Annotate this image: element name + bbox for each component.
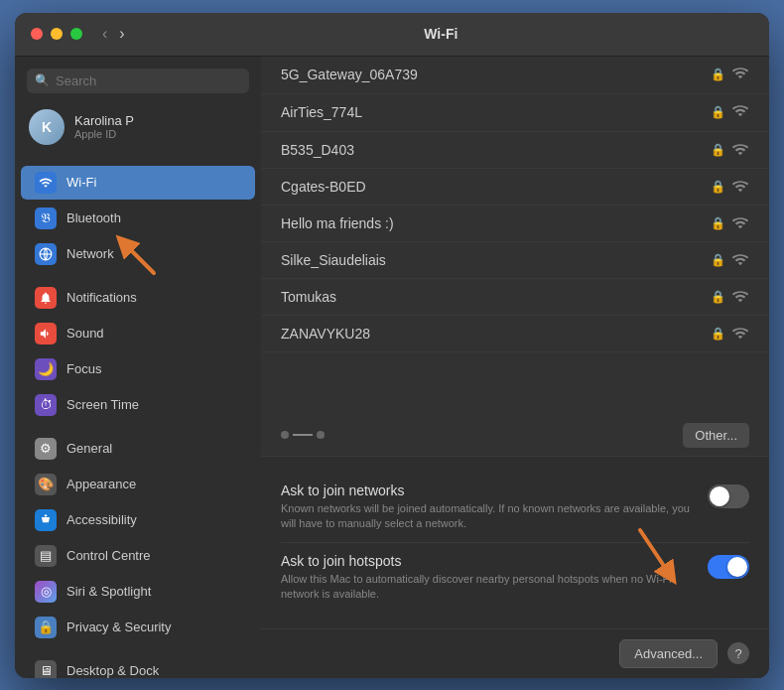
bottom-bar: Advanced... ? [261, 628, 769, 678]
search-box[interactable]: 🔍 [27, 69, 249, 93]
network-item-4[interactable]: Hello ma friends :) 🔒 [261, 206, 769, 242]
sidebar-label-general: General [66, 441, 112, 456]
screentime-icon: ⏱ [35, 394, 57, 416]
network-name-3: Cgates-B0ED [281, 179, 366, 195]
network-icons-1: 🔒 [711, 104, 749, 121]
appearance-icon: 🎨 [35, 474, 57, 495]
close-button[interactable] [31, 28, 43, 40]
sidebar-item-appearance[interactable]: 🎨 Appearance [21, 468, 255, 501]
network-icons-2: 🔒 [711, 143, 749, 157]
sidebar-item-wifi[interactable]: Wi-Fi [21, 166, 255, 200]
network-name-1: AirTies_774L [281, 104, 362, 120]
sidebar-label-sound: Sound [66, 326, 104, 341]
sidebar-item-bluetooth[interactable]: 𝔅 Bluetooth [21, 202, 255, 235]
maximize-button[interactable] [70, 28, 82, 40]
network-name-0: 5G_Gateway_06A739 [281, 67, 418, 82]
titlebar: ‹ › Wi-Fi [15, 13, 769, 57]
back-arrow[interactable]: ‹ [98, 23, 111, 45]
toggle-knob-0 [710, 486, 729, 506]
user-subtitle: Apple ID [74, 128, 134, 140]
sidebar-label-wifi: Wi-Fi [66, 175, 96, 190]
network-item-3[interactable]: Cgates-B0ED 🔒 [261, 169, 769, 206]
user-info: Karolina P Apple ID [74, 113, 134, 140]
other-button[interactable]: Other... [683, 423, 749, 448]
network-name-6: Tomukas [281, 289, 336, 305]
network-item-7[interactable]: ZANAVYKU28 🔒 [261, 316, 769, 352]
traffic-lights [31, 28, 82, 40]
sidebar-label-screentime: Screen Time [66, 397, 139, 412]
focus-icon: 🌙 [35, 358, 57, 380]
lock-icon-5: 🔒 [711, 253, 725, 267]
sidebar-label-network: Network [66, 246, 114, 261]
desktop-icon: 🖥 [35, 660, 57, 678]
lock-icon-2: 🔒 [711, 143, 725, 157]
help-button[interactable]: ? [727, 642, 749, 664]
lock-icon-7: 🔒 [711, 327, 725, 341]
sidebar-label-notifications: Notifications [66, 290, 137, 305]
sidebar-item-privacy[interactable]: 🔒 Privacy & Security [21, 611, 255, 644]
toggle-ask-join-hotspots[interactable] [708, 555, 749, 579]
sidebar-item-focus[interactable]: 🌙 Focus [21, 352, 255, 386]
sidebar-label-bluetooth: Bluetooth [66, 210, 121, 225]
page-dots [281, 431, 325, 439]
sidebar-item-general[interactable]: ⚙ General [21, 432, 255, 466]
lock-icon-3: 🔒 [711, 180, 725, 194]
notifications-icon [35, 287, 57, 309]
sidebar-item-notifications[interactable]: Notifications [21, 281, 255, 315]
network-item-6[interactable]: Tomukas 🔒 [261, 279, 769, 316]
advanced-button[interactable]: Advanced... [619, 639, 718, 668]
settings-section: Ask to join networks Known networks will… [261, 456, 769, 628]
svg-point-2 [45, 514, 47, 516]
page-line [293, 434, 313, 436]
search-icon: 🔍 [35, 73, 50, 87]
network-item-2[interactable]: B535_D403 🔒 [261, 132, 769, 169]
controlcentre-icon: ▤ [35, 545, 57, 567]
sidebar-item-siri[interactable]: ◎ Siri & Spotlight [21, 575, 255, 609]
sound-icon [35, 323, 57, 345]
network-item-0[interactable]: 5G_Gateway_06A739 🔒 [261, 57, 769, 94]
sidebar-item-screentime[interactable]: ⏱ Screen Time [21, 388, 255, 422]
sidebar-item-sound[interactable]: Sound [21, 317, 255, 350]
accessibility-icon [35, 509, 57, 531]
page-dot-2 [317, 431, 325, 439]
sidebar-item-network[interactable]: Network [21, 237, 255, 271]
search-input[interactable] [56, 73, 241, 88]
avatar: K [29, 109, 65, 145]
sidebar-label-controlcentre: Control Centre [66, 548, 151, 563]
main-panel: 5G_Gateway_06A739 🔒 AirTies_774L 🔒 [261, 57, 769, 678]
setting-text-0: Ask to join networks Known networks will… [281, 483, 708, 532]
network-icons-3: 🔒 [711, 180, 749, 194]
privacy-icon: 🔒 [35, 617, 57, 638]
network-icons-5: 🔒 [711, 253, 749, 267]
user-section[interactable]: K Karolina P Apple ID [15, 103, 261, 151]
network-item-5[interactable]: Silke_Siaudeliais 🔒 [261, 242, 769, 279]
pagination-area: Other... [261, 415, 769, 456]
setting-text-1: Ask to join hotspots Allow this Mac to a… [281, 553, 708, 603]
sidebar-item-controlcentre[interactable]: ▤ Control Centre [21, 539, 255, 573]
network-icon [35, 243, 57, 265]
forward-arrow[interactable]: › [115, 23, 128, 45]
setting-desc-0: Known networks will be joined automatica… [281, 501, 692, 532]
lock-icon-0: 🔒 [711, 68, 725, 81]
sidebar-label-siri: Siri & Spotlight [66, 584, 151, 599]
setting-row-0: Ask to join networks Known networks will… [281, 473, 749, 543]
setting-title-1: Ask to join hotspots [281, 553, 692, 569]
toggle-ask-join-networks[interactable] [708, 484, 749, 508]
nav-arrows: ‹ › [98, 23, 129, 45]
network-name-5: Silke_Siaudeliais [281, 252, 386, 268]
lock-icon-1: 🔒 [711, 105, 725, 119]
sidebar-item-accessibility[interactable]: Accessibility [21, 503, 255, 537]
sidebar-label-focus: Focus [66, 361, 101, 376]
window-title: Wi-Fi [129, 26, 753, 42]
bluetooth-icon: 𝔅 [35, 207, 57, 229]
setting-title-0: Ask to join networks [281, 483, 692, 498]
network-item-1[interactable]: AirTies_774L 🔒 [261, 94, 769, 132]
minimize-button[interactable] [51, 28, 63, 40]
sidebar-label-appearance: Appearance [66, 477, 136, 491]
sidebar-item-desktop[interactable]: 🖥 Desktop & Dock [21, 654, 255, 678]
lock-icon-4: 🔒 [711, 216, 725, 230]
lock-icon-6: 🔒 [711, 290, 725, 304]
sidebar: 🔍 K Karolina P Apple ID [15, 57, 261, 678]
network-icons-4: 🔒 [711, 216, 749, 230]
main-window: ‹ › Wi-Fi 🔍 K Karolina P Apple ID [15, 13, 769, 678]
